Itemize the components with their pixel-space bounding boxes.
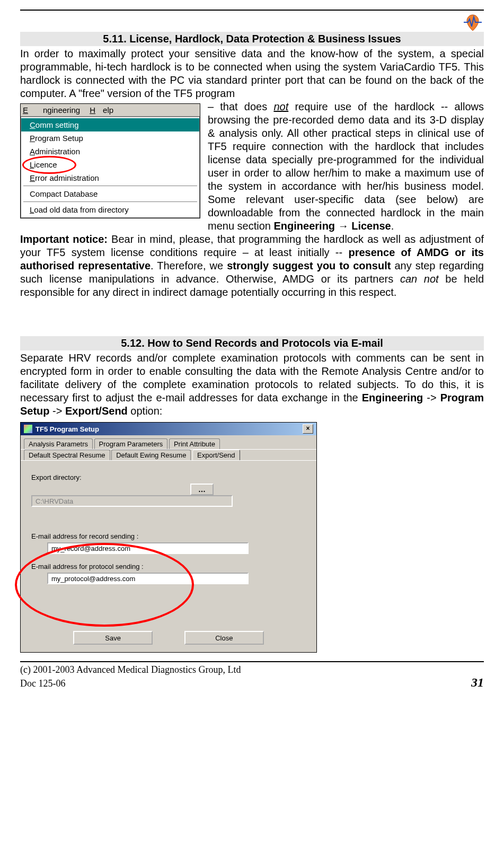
s1-not: not (273, 101, 288, 112)
page-footer: (c) 2001-2003 Advanced Medical Diagnosti… (20, 661, 484, 690)
tab-print-attribute[interactable]: Print Attribute (169, 438, 220, 449)
menu-item-error-administration[interactable]: Error administration (21, 171, 199, 185)
s2-path1: Engineering (362, 392, 423, 403)
imp-c: . Therefore, we (151, 260, 227, 271)
menu-item-compact-database[interactable]: Compact Database (21, 187, 199, 200)
menu-item-licence[interactable]: Licence (21, 158, 199, 171)
s2-end: option: (128, 405, 163, 417)
s1-wrap-b: require use of the hardlock -- allows br… (208, 101, 484, 232)
close-button[interactable]: Close (184, 631, 264, 645)
dialog-window: TF5 Program Setup × Analysis Parametrs P… (20, 422, 317, 653)
menu-item-program-setup[interactable]: Program Setup (21, 131, 199, 145)
export-directory-field[interactable] (31, 495, 233, 507)
engineering-menu-screenshot: Engineering Help Comm setting Program Se… (20, 103, 200, 218)
tab-default-spectral-resume[interactable]: Default Spectral Resume (24, 450, 110, 460)
section-heading-license: 5.11. License, Hardlock, Data Protection… (20, 32, 484, 46)
menu-engineering[interactable]: Engineering (23, 106, 80, 115)
tab-analysis-parametrs[interactable]: Analysis Parametrs (24, 438, 93, 449)
s2-path3: Export/Send (65, 405, 128, 417)
menu-help[interactable]: Help (90, 106, 113, 115)
email-record-label: E-mail address for record sending : (31, 532, 306, 540)
menu-item-administration[interactable]: Administration (21, 145, 199, 158)
menu-item-load-old-data[interactable]: Load old data from directory (21, 203, 199, 216)
save-button[interactable]: Save (73, 631, 153, 645)
dialog-title: TF5 Program Setup (36, 425, 99, 433)
dialog-titlebar[interactable]: TF5 Program Setup × (21, 423, 316, 435)
imp-d: strongly suggest you to consult (227, 260, 391, 271)
email-protocol-field[interactable] (47, 573, 249, 584)
dialog-button-row: Save Close (21, 627, 316, 652)
section1-body: In order to maximally protect your sensi… (20, 47, 484, 100)
menu-separator (23, 201, 197, 202)
s1-eng-path: Engineering → License (274, 220, 391, 232)
s1-period: . (391, 220, 394, 232)
s1-wrap-a: – that does (208, 101, 273, 112)
variacardio-logo-icon (459, 8, 486, 35)
app-icon (24, 425, 32, 433)
s1-intro: In order to maximally protect your sensi… (20, 48, 484, 99)
close-icon[interactable]: × (303, 424, 313, 434)
important-notice: Important notice: Bear in mind, please, … (20, 233, 484, 299)
footer-doc-id: Doc 125-06 (20, 678, 65, 689)
tab-export-send[interactable]: Export/Send (192, 450, 240, 460)
menu-separator (23, 186, 197, 186)
browse-button[interactable]: … (190, 484, 214, 495)
email-protocol-label: E-mail address for protocol sending : (31, 563, 306, 570)
export-directory-label: Export directory: (31, 473, 306, 481)
header-rule (20, 10, 484, 11)
tab-row-1: Analysis Parametrs Program Parameters Pr… (21, 435, 316, 450)
page-number: 31 (471, 675, 484, 690)
menubar: Engineering Help (21, 104, 200, 117)
email-record-field[interactable] (47, 542, 249, 554)
important-label: Important notice: (20, 233, 108, 245)
section-heading-email: 5.12. How to Send Records and Protocols … (20, 336, 484, 350)
tab-default-ewing-resume[interactable]: Default Ewing Resume (111, 450, 191, 460)
program-setup-dialog-screenshot: TF5 Program Setup × Analysis Parametrs P… (20, 422, 317, 653)
s2-arrow1: -> (423, 392, 440, 403)
imp-f: can not (400, 273, 439, 285)
tab-program-parameters[interactable]: Program Parameters (94, 438, 168, 449)
tab-row-2: Default Spectral Resume Default Ewing Re… (21, 450, 316, 461)
footer-copyright: (c) 2001-2003 Advanced Medical Diagnosti… (20, 664, 484, 675)
menu-item-comm-setting[interactable]: Comm setting (21, 118, 199, 131)
section2-body: Separate HRV records and/or complete exa… (20, 352, 484, 418)
tab-body-export-send: Export directory: … E-mail address for r… (21, 461, 316, 627)
engineering-dropdown: Comm setting Program Setup Administratio… (21, 117, 200, 218)
s2-arrow2: -> (50, 405, 65, 417)
